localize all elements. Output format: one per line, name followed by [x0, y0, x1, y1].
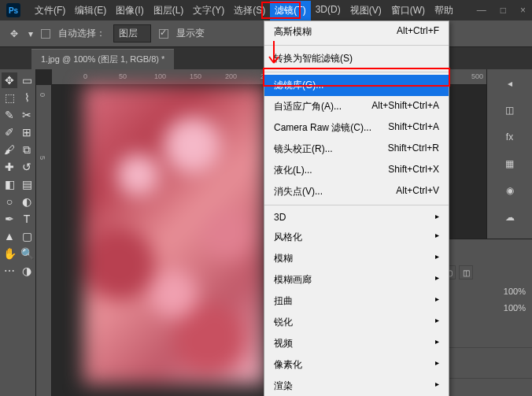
filter-menu-item[interactable]: 滤镜库(G)... [264, 75, 449, 96]
document-tab[interactable]: 1.jpg @ 100% (图层 1, RGB/8) * [31, 49, 174, 69]
menu-5[interactable]: 选择(S) [229, 1, 270, 20]
clone-tool[interactable]: ⧉ [19, 142, 35, 157]
zoom-tool[interactable]: 🔍 [19, 246, 35, 261]
artboard-tool[interactable]: ▭ [19, 72, 35, 88]
filter-menu-item[interactable]: 液化(L)...Shift+Ctrl+X [264, 160, 449, 181]
menu-7[interactable]: 3D(D) [311, 1, 345, 20]
filter-menu-item[interactable]: 转换为智能滤镜(S) [264, 48, 449, 69]
filter-menu-item[interactable]: 锐化 [264, 312, 449, 333]
frame-tool[interactable]: ⊞ [19, 124, 35, 140]
auto-select-checkbox[interactable] [41, 29, 50, 39]
ruler-vertical: 05 [36, 85, 52, 396]
filter-menu-item[interactable]: 模糊画廊 [264, 269, 449, 291]
healing-tool[interactable]: ✚ [2, 159, 17, 175]
filter-menu-item[interactable]: Camera Raw 滤镜(C)...Shift+Ctrl+A [264, 117, 449, 139]
move-tool-icon: ✥ [8, 28, 20, 40]
libraries-panel-icon[interactable]: ☁ [501, 208, 519, 227]
filter-menu-item[interactable]: 像素化 [264, 354, 449, 376]
filter-menu-item[interactable]: 模糊 [264, 248, 449, 269]
opacity-value[interactable]: 100% [504, 287, 526, 298]
more-tools[interactable]: ◑ [19, 263, 35, 279]
menubar: 文件(F)编辑(E)图像(I)图层(L)文字(Y)选择(S)滤镜(T)3D(D)… [30, 1, 458, 20]
eraser-tool[interactable]: ◧ [2, 176, 17, 192]
crop-tool[interactable]: ✂ [19, 107, 35, 123]
filter-menu-item[interactable]: 自适应广角(A)...Alt+Shift+Ctrl+A [264, 96, 449, 117]
toolbox: ✥▭ ⬚⌇ ✎✂ ✐⊞ 🖌⧉ ✚↺ ◧▤ ○◐ ✒T ▲▢ ✋🔍 ⋯◑ [0, 69, 36, 396]
show-transform-label: 显示变 [176, 27, 205, 40]
filter-menu-item[interactable]: 镜头校正(R)...Shift+Ctrl+R [264, 139, 449, 160]
swatches-panel-icon[interactable]: ▦ [501, 154, 519, 173]
move-tool[interactable]: ✥ [2, 72, 17, 88]
eyedropper-tool[interactable]: ✐ [2, 124, 17, 140]
history-panel-icon[interactable]: ◫ [501, 101, 519, 120]
quick-select-tool[interactable]: ✎ [2, 107, 17, 123]
fx-panel-icon[interactable]: fx [501, 128, 519, 146]
type-tool[interactable]: T [19, 211, 35, 227]
menu-0[interactable]: 文件(F) [30, 1, 70, 20]
dodge-tool[interactable]: ◐ [19, 194, 35, 209]
filter-smart-icon[interactable]: ◫ [459, 265, 473, 279]
filter-menu-item[interactable]: 3D [264, 208, 449, 227]
filter-menu-item[interactable]: 高斯模糊Alt+Ctrl+F [264, 21, 449, 43]
filter-menu-item[interactable]: 风格化 [264, 227, 449, 248]
app-logo: Ps [6, 3, 20, 17]
menu-1[interactable]: 编辑(E) [70, 1, 111, 20]
minimize-button[interactable]: — [477, 5, 486, 16]
show-transform-checkbox[interactable] [159, 29, 168, 39]
collapse-icon[interactable]: ◂ [501, 74, 519, 93]
menu-9[interactable]: 窗口(W) [386, 1, 430, 20]
filter-menu-item[interactable]: 消失点(V)...Alt+Ctrl+V [264, 181, 449, 202]
menu-2[interactable]: 图像(I) [111, 1, 148, 20]
filter-menu-item[interactable]: 渲染 [264, 376, 449, 396]
maximize-button[interactable]: □ [501, 5, 506, 16]
gradient-tool[interactable]: ▤ [19, 176, 35, 192]
layer-dropdown[interactable]: 图层 [113, 24, 151, 43]
history-brush-tool[interactable]: ↺ [19, 159, 35, 175]
color-panel-icon[interactable]: ◉ [501, 181, 519, 200]
canvas-image[interactable] [83, 85, 264, 384]
menu-10[interactable]: 帮助 [430, 1, 458, 20]
shape-tool[interactable]: ▢ [19, 228, 35, 244]
menu-3[interactable]: 图层(L) [149, 1, 189, 20]
filter-menu-dropdown: 高斯模糊Alt+Ctrl+F转换为智能滤镜(S)滤镜库(G)...自适应广角(A… [264, 20, 449, 396]
menu-6[interactable]: 滤镜(T) [270, 1, 310, 20]
close-button[interactable]: × [520, 5, 526, 16]
menu-8[interactable]: 视图(V) [345, 1, 386, 20]
brush-tool[interactable]: 🖌 [2, 142, 17, 157]
lasso-tool[interactable]: ⌇ [19, 90, 35, 105]
menu-4[interactable]: 文字(Y) [188, 1, 229, 20]
blur-tool[interactable]: ○ [2, 194, 17, 209]
hand-tool[interactable]: ✋ [2, 246, 17, 261]
fill-value[interactable]: 100% [504, 303, 526, 315]
edit-toolbar[interactable]: ⋯ [2, 263, 17, 279]
pen-tool[interactable]: ✒ [2, 211, 17, 227]
path-select-tool[interactable]: ▲ [2, 228, 17, 244]
filter-menu-item[interactable]: 扭曲 [264, 291, 449, 312]
auto-select-label: 自动选择： [58, 27, 105, 40]
marquee-tool[interactable]: ⬚ [2, 90, 17, 105]
tool-preset-dropdown[interactable]: ▾ [28, 28, 33, 39]
filter-menu-item[interactable]: 视频 [264, 333, 449, 354]
